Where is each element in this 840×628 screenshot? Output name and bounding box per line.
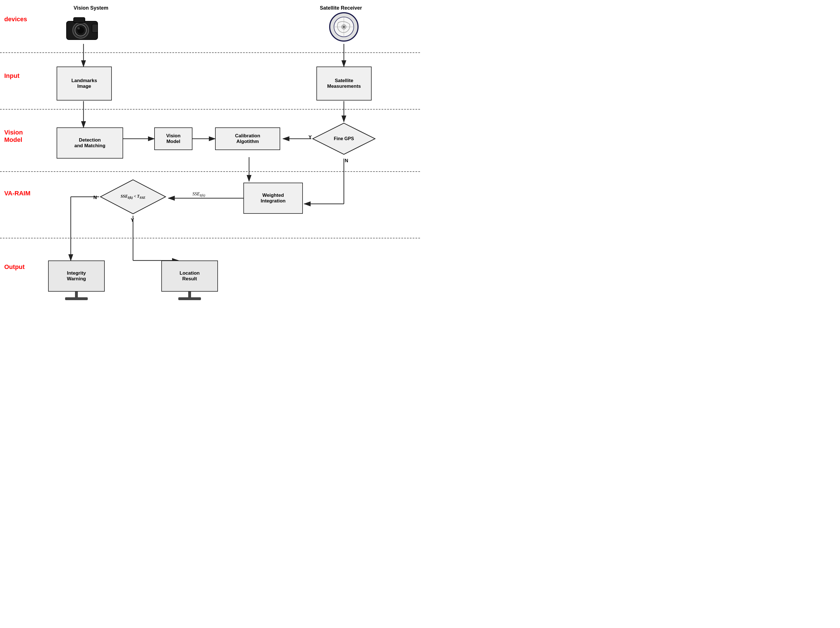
- location-result-monitor: LocationResult: [161, 261, 218, 300]
- n-label-sse: N: [93, 195, 97, 201]
- y-label-sse: Y: [131, 217, 134, 223]
- diagram-container: devices Input VisionModel VA-RAIM Output…: [0, 0, 420, 314]
- sse-arrow-label: SSEI(k): [193, 191, 205, 198]
- sse-diamond: SSEI(k) < TSSE: [99, 179, 167, 215]
- fine-gps-diamond: Fine GPS: [311, 122, 376, 156]
- integrity-warning-monitor: IntegrityWarning: [48, 261, 105, 300]
